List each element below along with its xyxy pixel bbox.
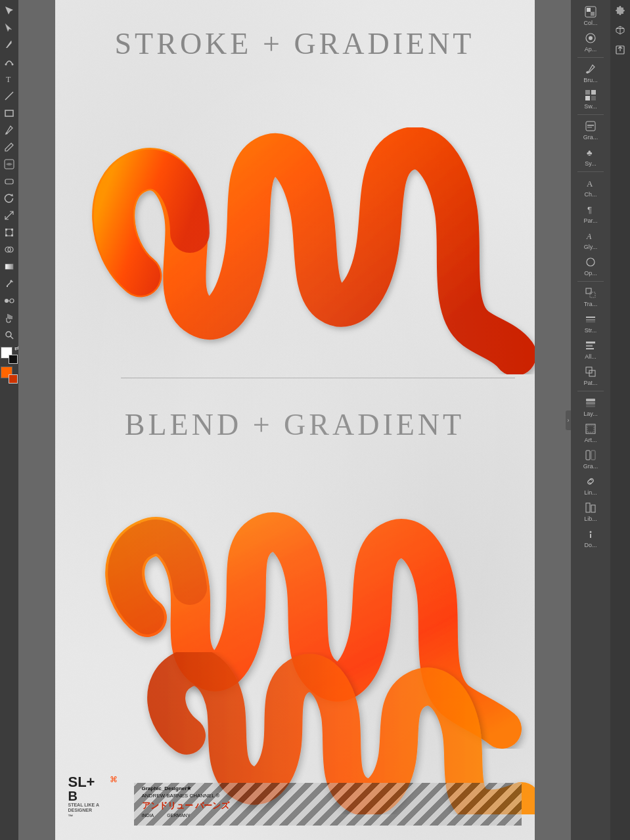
panel-item-color[interactable]: Col... (573, 3, 608, 29)
svg-rect-11 (5, 234, 7, 236)
links-panel-label: Lin... (584, 489, 597, 496)
panel-item-opentype[interactable]: Op... (573, 253, 608, 279)
canvas-area: STROKE + GRADIENT (18, 0, 571, 840)
color-swatches[interactable]: ⇄ (1, 347, 18, 364)
stroke-panel-label: Str... (585, 327, 597, 334)
panel-item-pathfinder[interactable]: Pat... (573, 363, 608, 389)
panel-item-libraries[interactable]: Lib... (573, 498, 608, 525)
panel-item-appearance[interactable]: Ap... (573, 29, 608, 55)
svg-rect-32 (587, 125, 594, 126)
svg-rect-10 (11, 229, 13, 231)
panel-item-paragraph[interactable]: ¶ Par... (573, 200, 608, 227)
svg-rect-51 (586, 405, 595, 407)
blend-gradient-title: BLEND + GRADIENT (55, 407, 535, 442)
tool-rotate[interactable] (1, 190, 17, 206)
panel-item-graphic-styles2[interactable]: Gra... (573, 446, 608, 472)
panel-item-swatches[interactable]: Sw... (573, 86, 608, 112)
japanese-text: アンドリュー バーンズ (142, 800, 514, 812)
panel-item-symbols[interactable]: ♣ Sy... (573, 143, 608, 169)
color-panel-label: Col... (583, 20, 597, 26)
collapse-arrow-icon: › (568, 417, 570, 424)
transform-panel-label: Tra... (584, 301, 598, 307)
svg-rect-49 (586, 399, 595, 401)
tool-blob-brush[interactable] (1, 156, 17, 172)
tool-selection[interactable] (1, 3, 17, 18)
svg-line-3 (5, 92, 13, 100)
cube-icon-btn[interactable] (612, 22, 628, 38)
panel-item-layers[interactable]: Lay... (573, 393, 608, 420)
panel-sep-3 (577, 171, 604, 172)
stroke-gradient-title: STROKE + GRADIENT (55, 26, 535, 61)
artboard: STROKE + GRADIENT (55, 0, 535, 840)
tool-eyedropper[interactable] (1, 276, 17, 292)
tool-eraser[interactable] (1, 173, 17, 189)
tool-type[interactable]: T (1, 71, 17, 87)
opentype-panel-label: Op... (584, 270, 597, 276)
panel-item-artboards[interactable]: Art... (573, 420, 608, 446)
svg-rect-30 (591, 96, 596, 100)
tool-line[interactable] (1, 88, 17, 104)
svg-rect-15 (5, 264, 13, 269)
panel-item-document-info[interactable]: Do... (573, 525, 608, 551)
active-stroke-swatch[interactable] (9, 374, 18, 384)
stroke-panel-icon (584, 313, 597, 326)
tool-rectangle[interactable] (1, 105, 17, 121)
appearance-panel-label: Ap... (585, 46, 597, 53)
export-icon-btn[interactable] (612, 42, 628, 58)
stroke-swatch[interactable] (9, 355, 18, 364)
blend-gradient-artwork (55, 447, 535, 788)
swatches-panel-label: Sw... (584, 103, 597, 110)
logo-area: SL+ B STEAL LIKE A DESIGNER ™ ⌘ (68, 775, 121, 833)
tool-pencil[interactable] (1, 139, 17, 155)
tool-shape-builder[interactable] (1, 242, 17, 257)
tool-zoom[interactable] (1, 327, 17, 343)
character-panel-label: Ch... (584, 191, 596, 198)
svg-rect-27 (585, 90, 590, 95)
panel-item-align[interactable]: All... (573, 336, 608, 363)
artboards-panel-icon (584, 422, 597, 435)
settings-icon-btn[interactable] (612, 3, 628, 18)
channel-text: ANDREW BARNES CHANNEL ® (142, 793, 514, 799)
tool-curvature[interactable] (1, 54, 17, 70)
tool-scale[interactable] (1, 208, 17, 223)
logo-subtitle: STEAL LIKE A DESIGNER (68, 803, 121, 814)
links-panel-icon (584, 475, 597, 488)
svg-text:A: A (586, 232, 592, 241)
panel-sep-2 (577, 114, 604, 115)
panel-collapse-tab[interactable]: › (566, 410, 571, 430)
tool-direct-selection[interactable] (1, 20, 17, 35)
svg-rect-12 (11, 234, 13, 236)
panel-sep-4 (577, 281, 604, 282)
panel-item-brushes[interactable]: Bru... (573, 60, 608, 86)
tool-paintbrush[interactable] (1, 122, 17, 138)
stripe-text-content: Graphic_Designer★ ANDREW BARNES CHANNEL … (134, 783, 522, 820)
panel-item-transform[interactable]: Tra... (573, 284, 608, 310)
logo-tm: ™ (68, 814, 121, 820)
tool-free-transform[interactable] (1, 225, 17, 240)
svg-rect-56 (586, 503, 590, 512)
svg-point-17 (10, 299, 14, 303)
panel-item-character[interactable]: A Ch... (573, 174, 608, 200)
tool-blend[interactable] (1, 293, 17, 309)
tool-gradient[interactable] (1, 259, 17, 275)
transform-panel-icon (584, 286, 597, 299)
tool-pen[interactable] (1, 37, 17, 53)
svg-rect-45 (586, 345, 593, 347)
svg-text:T: T (6, 75, 11, 84)
pathfinder-panel-label: Pat... (583, 380, 597, 386)
tool-hand[interactable] (1, 310, 17, 326)
active-color-indicator[interactable] (1, 366, 18, 384)
panel-item-graphic-styles[interactable]: Gra... (573, 117, 608, 143)
svg-rect-9 (5, 229, 7, 231)
pathfinder-panel-icon (584, 365, 597, 378)
svg-point-19 (6, 332, 11, 337)
bottom-watermark-bar: SL+ B STEAL LIKE A DESIGNER ™ ⌘ Graphic_… (55, 768, 535, 840)
document-info-panel-label: Do... (584, 542, 596, 548)
panel-item-stroke[interactable]: Str... (573, 310, 608, 336)
svg-line-20 (11, 336, 13, 339)
graphic-styles-panel-label: Gra... (583, 134, 598, 141)
panel-item-links[interactable]: Lin... (573, 472, 608, 498)
panel-item-glyphs[interactable]: A Gly... (573, 227, 608, 253)
layers-panel-label: Lay... (583, 410, 597, 417)
align-panel-icon (584, 339, 597, 352)
